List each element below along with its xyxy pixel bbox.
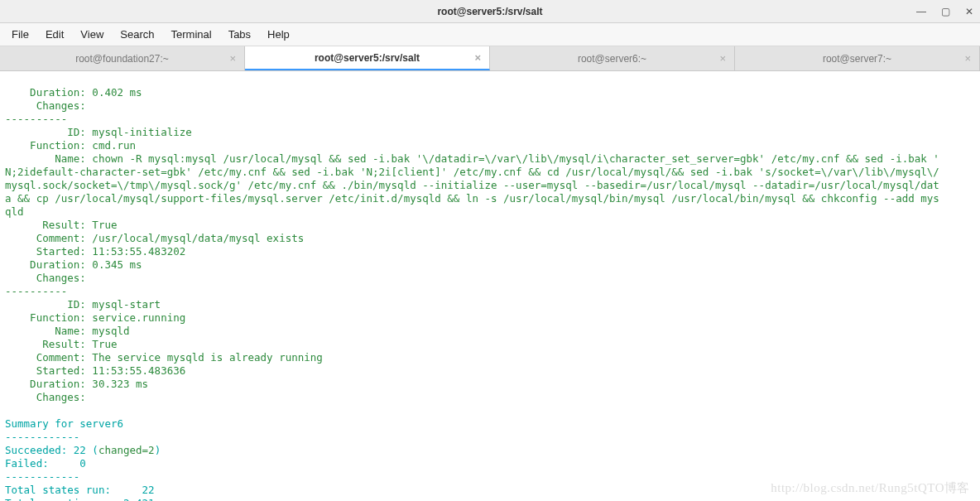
output-total-time: Total run time: 2.421 s [5,497,167,501]
output-line: Function: service.running [5,311,185,324]
output-line: ID: mysql-initialize [5,126,192,138]
menu-help[interactable]: Help [261,25,296,44]
menu-tabs[interactable]: Tabs [222,25,257,44]
output-line: ------------ [5,470,79,483]
output-line: Changes: [5,391,86,403]
tab-label: root@server7:~ [823,53,891,65]
output-line: ---------- [5,285,67,297]
output-succeeded: Succeeded: 22 ( [5,444,98,456]
output-line: Result: True [5,338,117,350]
output-line: Changes: [5,99,86,112]
output-line: qld [5,205,24,218]
output-line: a && cp /usr/local/mysql/support-files/m… [5,192,939,205]
tab-close-icon[interactable]: × [719,52,726,65]
tab-server5[interactable]: root@server5:/srv/salt × [245,46,490,70]
output-line: Duration: 30.323 ms [5,378,148,390]
output-failed: Failed: 0 [5,457,86,470]
menu-file[interactable]: File [5,25,36,44]
menu-view[interactable]: View [74,25,110,44]
output-line: mysql.sock/socket=\/tmp\/mysql.sock/g' /… [5,179,939,191]
output-line: ------------ [5,431,79,443]
window-controls: — ▢ ✕ [916,0,973,22]
menu-terminal[interactable]: Terminal [165,25,219,44]
terminal-output[interactable]: Duration: 0.402 ms Changes: ---------- I… [0,71,980,501]
tabbar: root@foundation27:~ × root@server5:/srv/… [0,46,980,71]
output-line: Name: chown -R mysql:mysql /usr/local/my… [5,152,939,165]
output-line: Started: 11:53:55.483636 [5,364,185,377]
output-line: ---------- [5,113,67,125]
output-line: Changes: [5,272,86,284]
minimize-icon[interactable]: — [916,6,926,17]
output-line: Name: mysqld [5,325,130,337]
output-summary-title: Summary for server6 [5,417,123,430]
output-line: Result: True [5,219,117,231]
tab-foundation27[interactable]: root@foundation27:~ × [0,46,245,70]
tab-close-icon[interactable]: × [474,51,481,64]
window-titlebar: root@server5:/srv/salt — ▢ ✕ [0,0,980,23]
window-title: root@server5:/srv/salt [437,6,542,17]
tab-close-icon[interactable]: × [229,52,236,65]
menu-search[interactable]: Search [113,25,161,44]
output-line: Duration: 0.402 ms [5,86,142,99]
tab-label: root@server6:~ [578,53,646,65]
menubar: File Edit View Search Terminal Tabs Help [0,23,980,46]
output-paren: ) [155,444,161,456]
output-changed: changed=2 [98,444,155,456]
output-line: Comment: The service mysqld is already r… [5,351,323,364]
output-line: Duration: 0.345 ms [5,258,142,271]
tab-close-icon[interactable]: × [964,52,971,65]
tab-server7[interactable]: root@server7:~ × [735,46,980,70]
output-line: ID: mysql-start [5,298,161,311]
output-total-states: Total states run: 22 [5,484,155,496]
tab-label: root@server5:/srv/salt [315,52,420,64]
menu-edit[interactable]: Edit [39,25,70,44]
tab-server6[interactable]: root@server6:~ × [490,46,735,70]
tab-label: root@foundation27:~ [75,53,169,65]
output-line: Comment: /usr/local/mysql/data/mysql exi… [5,232,304,244]
output-line: Function: cmd.run [5,139,136,152]
maximize-icon[interactable]: ▢ [941,6,950,17]
output-line: Started: 11:53:55.483202 [5,245,185,258]
output-line: N;2idefault-character-set=gbk' /etc/my.c… [5,166,939,178]
close-icon[interactable]: ✕ [965,6,973,17]
